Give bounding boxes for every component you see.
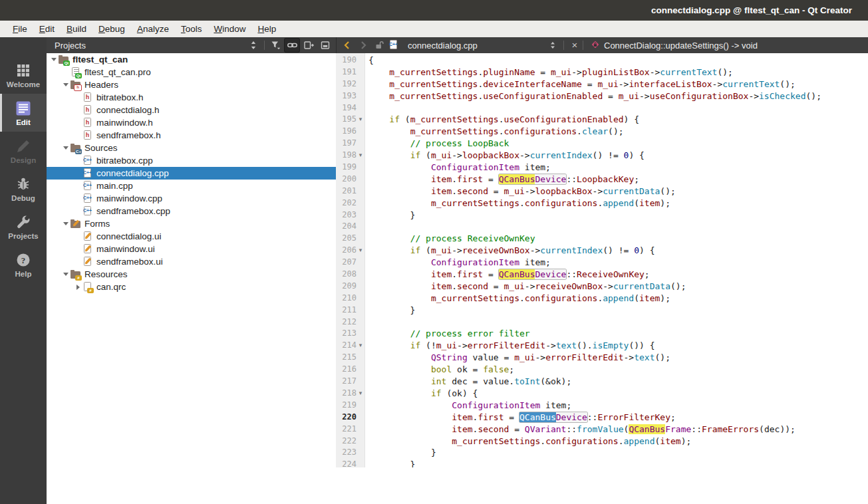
tree-item-bitratebox-cpp[interactable]: C++bitratebox.cpp xyxy=(47,154,336,167)
fold-spacer xyxy=(357,233,364,245)
menu-item-window[interactable]: Window xyxy=(208,21,251,37)
back-icon[interactable] xyxy=(341,39,354,52)
code-text[interactable] xyxy=(364,316,368,328)
code-text[interactable]: bool ok = false; xyxy=(364,364,514,376)
code-text[interactable]: m_currentSettings.configurations.append(… xyxy=(364,293,670,305)
code-text[interactable]: if (ok) { xyxy=(364,388,478,400)
code-text[interactable]: m_currentSettings.configurations.append(… xyxy=(364,436,691,447)
tree-item-can-qrc[interactable]: #can.qrc xyxy=(47,281,336,293)
symbol-selector[interactable]: ConnectDialog::updateSettings() -> void xyxy=(585,39,758,52)
code-text[interactable]: item.first = QCanBusDevice::ErrorFilterK… xyxy=(364,412,676,424)
code-text[interactable]: if (m_ui->loopbackBox->currentIndex() !=… xyxy=(364,150,645,162)
code-text[interactable]: if (m_ui->receiveOwnBox->currentIndex() … xyxy=(364,245,655,257)
unlock-icon[interactable] xyxy=(372,39,386,52)
code-text[interactable]: m_currentSettings.configurations.append(… xyxy=(364,197,670,209)
tree-item-connectdialog-ui[interactable]: connectdialog.ui xyxy=(47,230,336,243)
expand-arrow[interactable] xyxy=(49,55,59,64)
mode-projects[interactable]: Projects xyxy=(0,207,47,245)
split-icon[interactable] xyxy=(301,39,316,52)
code-text[interactable]: m_currentSettings.pluginName = m_ui->plu… xyxy=(364,66,733,78)
combo-updown-icon[interactable] xyxy=(546,39,559,52)
arrow-spacer xyxy=(73,156,82,166)
code-text[interactable]: QString value = m_ui->errorFilterEdit->t… xyxy=(364,352,670,364)
code-text[interactable]: // process ReceiveOwnKey xyxy=(364,233,535,245)
tree-item-mainwindow-ui[interactable]: mainwindow.ui xyxy=(47,243,336,255)
code-text[interactable]: item.first = QCanBusDevice::ReceiveOwnKe… xyxy=(364,269,650,281)
mode-help[interactable]: ?Help xyxy=(0,245,47,283)
code-text[interactable]: } xyxy=(364,209,415,221)
code-text[interactable]: ConfigurationItem item; xyxy=(364,257,551,269)
sort-icon[interactable] xyxy=(246,39,261,52)
synchronize-with-editor-icon[interactable] xyxy=(285,39,299,52)
menu-item-edit[interactable]: Edit xyxy=(33,21,61,37)
mode-edit[interactable]: Edit xyxy=(0,94,47,132)
fold-spacer xyxy=(357,55,364,66)
menu-item-debug[interactable]: Debug xyxy=(92,21,131,37)
code-text[interactable]: ConfigurationItem item; xyxy=(364,400,571,412)
code-text[interactable]: if (m_currentSettings.useConfigurationEn… xyxy=(364,114,639,126)
tree-item-headers[interactable]: hHeaders xyxy=(47,78,336,91)
menu-item-file[interactable]: File xyxy=(7,21,33,37)
expand-arrow[interactable] xyxy=(61,144,71,153)
code-text[interactable]: m_currentSettings.configurations.clear()… xyxy=(364,126,624,138)
open-file-name[interactable]: connectdialog.cpp xyxy=(408,41,478,51)
code-text[interactable] xyxy=(364,221,368,233)
code-editor[interactable]: 190{191 m_currentSettings.pluginName = m… xyxy=(336,53,868,467)
tree-item-sendframebox-cpp[interactable]: C++sendframebox.cpp xyxy=(47,205,336,217)
expand-arrow[interactable] xyxy=(61,219,71,229)
fold-marker[interactable]: ▾ xyxy=(357,245,364,257)
mode-label: Welcome xyxy=(7,80,40,88)
tree-item-forms[interactable]: Forms xyxy=(47,217,336,230)
code-text[interactable]: int dec = value.toInt(&ok); xyxy=(364,376,571,388)
tree-item-main-cpp[interactable]: C++main.cpp xyxy=(47,180,336,192)
tree-item-mainwindow-h[interactable]: hmainwindow.h xyxy=(47,116,336,129)
tree-item-sources[interactable]: C+Sources xyxy=(47,142,336,154)
code-text[interactable]: } xyxy=(364,305,415,316)
hide-panel-icon[interactable] xyxy=(318,39,333,52)
code-text[interactable]: ConfigurationItem item; xyxy=(364,162,551,174)
line-number: 208 xyxy=(336,269,357,281)
tree-item-connectdialog-cpp[interactable]: C++connectdialog.cpp xyxy=(47,167,336,180)
code-text[interactable]: } xyxy=(364,459,415,467)
code-text[interactable]: item.second = m_ui->loopbackBox->current… xyxy=(364,186,676,197)
code-text[interactable]: { xyxy=(364,55,374,66)
close-document-icon[interactable]: × xyxy=(568,39,581,52)
menu-item-build[interactable]: Build xyxy=(61,21,92,37)
menu-item-analyze[interactable]: Analyze xyxy=(131,21,175,37)
expand-arrow[interactable] xyxy=(61,270,71,279)
code-text[interactable]: // process LoopBack xyxy=(364,138,509,150)
fold-marker[interactable]: ▾ xyxy=(357,114,364,126)
tree-item-fltest-qt-can[interactable]: Qtfltest_qt_can xyxy=(47,53,336,66)
tree-item-sendframebox-h[interactable]: hsendframebox.h xyxy=(47,129,336,142)
tree-item-sendframebox-ui[interactable]: sendframebox.ui xyxy=(47,255,336,268)
h-file-icon: h xyxy=(82,130,93,141)
tree-item-connectdialog-h[interactable]: hconnectdialog.h xyxy=(47,104,336,116)
expand-arrow[interactable] xyxy=(73,283,82,292)
code-text[interactable]: } xyxy=(364,447,436,459)
tree-item-bitratebox-h[interactable]: hbitratebox.h xyxy=(47,91,336,104)
code-text[interactable] xyxy=(364,102,368,114)
code-text[interactable]: m_currentSettings.deviceInterfaceName = … xyxy=(364,78,796,90)
arrow-spacer xyxy=(73,257,82,267)
menu-item-help[interactable]: Help xyxy=(251,21,282,37)
code-text[interactable]: item.second = QVariant::fromValue(QCanBu… xyxy=(364,424,796,436)
tree-item-fltest-qt-can-pro[interactable]: Qtfltest_qt_can.pro xyxy=(47,66,336,78)
mode-welcome[interactable]: Welcome xyxy=(0,56,47,94)
fold-marker[interactable]: ▾ xyxy=(357,388,364,400)
fold-marker[interactable]: ▾ xyxy=(357,340,364,352)
mode-debug[interactable]: Debug xyxy=(0,170,47,207)
projects-panel-header: Projects xyxy=(47,37,336,53)
forward-icon[interactable] xyxy=(357,39,370,52)
tree-item-resources[interactable]: #Resources xyxy=(47,268,336,281)
code-text[interactable]: item.second = m_ui->receiveOwnBox->curre… xyxy=(364,281,686,293)
code-text[interactable]: item.first = QCanBusDevice::LoopbackKey; xyxy=(364,174,639,186)
code-text[interactable]: // process error filter xyxy=(364,328,530,340)
menu-item-tools[interactable]: Tools xyxy=(175,21,208,37)
fold-marker[interactable]: ▾ xyxy=(357,150,364,162)
code-text[interactable]: m_currentSettings.useConfigurationEnable… xyxy=(364,90,821,102)
filter-icon[interactable] xyxy=(268,39,283,52)
tree-item-label: sendframebox.cpp xyxy=(96,206,170,216)
tree-item-mainwindow-cpp[interactable]: C++mainwindow.cpp xyxy=(47,192,336,205)
expand-arrow[interactable] xyxy=(61,80,71,90)
code-text[interactable]: if (!m_ui->errorFilterEdit->text().isEmp… xyxy=(364,340,655,352)
